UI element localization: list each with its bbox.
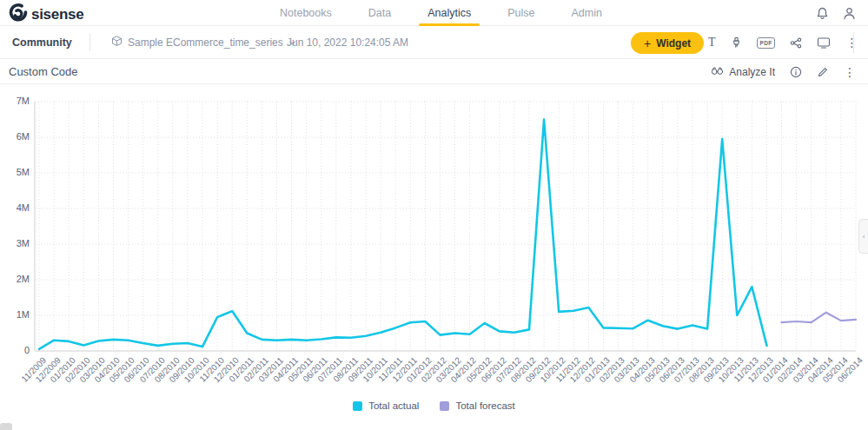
plus-icon: +	[644, 36, 651, 50]
brand-wordmark: sisense	[31, 6, 83, 23]
legend-item-total-forecast[interactable]: Total forecast	[440, 400, 514, 411]
widget-menu-icon[interactable]: ⋮	[844, 66, 856, 78]
chevron-left-icon: ‹	[863, 233, 865, 241]
datasource-label: Sample ECommerce_time_series	[128, 36, 283, 49]
chart-legend: Total actual Total forecast	[0, 400, 868, 411]
legend-item-total-actual[interactable]: Total actual	[353, 400, 419, 411]
y-tick-label: 7M	[3, 96, 30, 106]
y-tick-label: 1M	[3, 309, 30, 320]
bell-icon[interactable]	[816, 7, 829, 20]
analyze-it-button[interactable]: Analyze It	[710, 64, 775, 80]
y-tick-label: 2M	[3, 274, 30, 284]
sisense-logo[interactable]: sisense	[9, 3, 83, 27]
add-widget-label: Widget	[656, 37, 691, 50]
add-widget-button[interactable]: + Widget	[631, 32, 704, 54]
corner-chip	[0, 423, 12, 430]
y-tick-label: 5M	[3, 167, 30, 177]
analyze-it-label: Analyze It	[729, 66, 775, 78]
total-forecast-swatch	[440, 401, 449, 411]
tab-admin[interactable]: Admin	[569, 0, 603, 26]
main-nav-tabs: Notebooks Data Analytics Pulse Admin	[278, 0, 604, 26]
datasource-selector[interactable]: Sample ECommerce_time_series	[111, 35, 296, 50]
widget-actions: Analyze It ⋮	[710, 59, 856, 84]
widget-header: Custom Code Analyze It ⋮	[0, 59, 868, 84]
owl-icon	[710, 64, 725, 80]
total-actual-label: Total actual	[368, 400, 419, 411]
sisense-logo-icon	[9, 3, 28, 27]
tab-data[interactable]: Data	[367, 0, 393, 26]
top-nav-bar: sisense Notebooks Data Analytics Pulse A…	[0, 0, 868, 26]
pencil-icon[interactable]	[817, 66, 829, 78]
cube-icon	[111, 35, 123, 50]
last-refresh-timestamp: Jun 10, 2022 10:24:05 AM	[287, 36, 408, 49]
tab-notebooks[interactable]: Notebooks	[278, 0, 334, 26]
y-tick-label: 3M	[3, 238, 30, 248]
dashboard-toolbar: Community Sample ECommerce_time_series J…	[0, 26, 868, 59]
toolbar-divider	[89, 34, 90, 51]
dashboard-title: Community	[12, 36, 72, 49]
toolbar-action-icons: T PDF ⋮	[708, 26, 858, 59]
line-chart: 01M2M3M4M5M6M7M 11/200912/200901/201002/…	[0, 84, 868, 430]
tab-analytics[interactable]: Analytics	[426, 0, 473, 26]
info-icon[interactable]	[790, 66, 802, 78]
collapse-panel-handle[interactable]: ‹	[858, 219, 868, 254]
nav-right-icons	[816, 0, 856, 26]
brush-icon[interactable]	[731, 36, 742, 49]
share-icon[interactable]	[790, 37, 802, 49]
total-forecast-label: Total forecast	[455, 400, 514, 411]
tab-pulse[interactable]: Pulse	[506, 0, 536, 26]
toolbar-edge-divider	[853, 32, 854, 53]
text-style-icon[interactable]: T	[708, 36, 716, 49]
pdf-export-icon[interactable]: PDF	[757, 37, 776, 49]
tv-display-icon[interactable]	[817, 36, 831, 49]
y-tick-label: 6M	[3, 131, 30, 142]
y-tick-label: 4M	[3, 202, 30, 213]
widget-title: Custom Code	[9, 65, 77, 78]
y-tick-label: 0	[3, 345, 30, 355]
more-options-icon[interactable]: ⋮	[845, 36, 858, 49]
user-icon[interactable]	[843, 7, 856, 20]
total-actual-swatch	[353, 401, 362, 411]
